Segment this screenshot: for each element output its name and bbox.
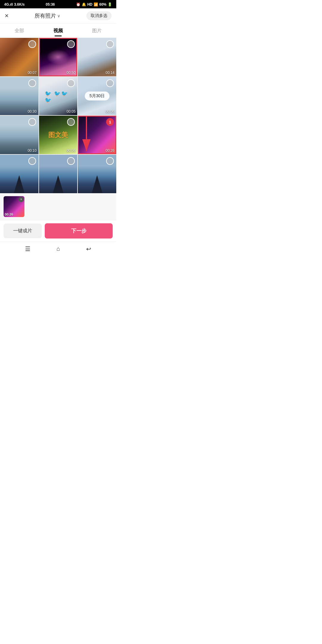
select-circle-7[interactable]	[28, 118, 36, 126]
media-item-11[interactable]	[39, 155, 78, 193]
close-button[interactable]: ×	[5, 13, 9, 19]
speed-text: 3.6K/s	[14, 2, 24, 7]
media-item-8[interactable]: 图文美 00:06	[39, 116, 78, 154]
wifi-icon: 📶	[94, 2, 98, 7]
media-item-2[interactable]: 00:50	[39, 38, 78, 76]
next-step-button[interactable]: 下一步	[45, 223, 113, 239]
media-item-5[interactable]: 🐦 🐦🐦 🐦 00:05	[39, 77, 78, 115]
media-item-4[interactable]: 00:30	[0, 77, 38, 115]
status-bar: 4G.ıll 3.6K/s 05:36 ⏰ 🔔 HD 📶 60% 🔋	[0, 0, 116, 8]
duration-badge-7: 00:10	[28, 148, 37, 153]
media-item-7[interactable]: 00:10	[0, 116, 38, 154]
status-right: ⏰ 🔔 HD 📶 60% 🔋	[76, 2, 112, 7]
strip-thumb-1[interactable]: × 00:26	[4, 196, 24, 217]
alarm-icon: ⏰	[76, 2, 80, 7]
duration-badge-9: 00:26	[106, 148, 114, 153]
nav-title-text: 所有照片	[35, 12, 56, 19]
top-nav: × 所有照片 ∨ 取消多选	[0, 8, 116, 24]
media-item-1[interactable]: 00:07	[0, 38, 38, 76]
duration-badge-3: 00:14	[106, 71, 114, 75]
tab-photo[interactable]: 图片	[86, 27, 108, 35]
time-display: 05:36	[46, 2, 55, 7]
select-circle-3[interactable]	[106, 40, 114, 48]
notification-icon: 🔔	[82, 2, 86, 7]
media-item-10[interactable]	[0, 155, 38, 193]
media-item-9[interactable]: 1 00:26	[78, 116, 116, 154]
media-item-12[interactable]	[78, 155, 116, 193]
tab-all[interactable]: 全部	[9, 27, 30, 35]
hd-badge: HD	[87, 2, 92, 7]
text-overlay-8: 图文美	[48, 131, 68, 140]
media-item-3[interactable]: 00:14	[78, 38, 116, 76]
chevron-down-icon: ∨	[57, 13, 60, 18]
back-icon[interactable]: ↩	[86, 245, 91, 253]
status-left: 4G.ıll 3.6K/s	[4, 2, 25, 7]
tab-bar: 全部 视频 图片	[0, 24, 116, 38]
media-item-6[interactable]: 5月30日 00:06	[78, 77, 116, 115]
strip-remove-button-1[interactable]: ×	[18, 197, 24, 202]
nav-title[interactable]: 所有照片 ∨	[35, 12, 60, 19]
tab-video[interactable]: 视频	[47, 27, 69, 35]
select-circle-1[interactable]	[28, 40, 36, 48]
duration-badge-2: 00:50	[66, 71, 75, 75]
bottom-actions: 一键成片 下一步	[0, 220, 116, 242]
duration-badge-4: 00:30	[28, 109, 37, 114]
strip-duration-1: 00:26	[5, 213, 13, 216]
menu-icon[interactable]: ☰	[25, 245, 30, 253]
battery-text: 60%	[99, 2, 106, 7]
signal-text: 4G.ıll	[4, 2, 13, 7]
duration-badge-1: 00:07	[28, 71, 37, 75]
date-badge-6: 5月30日	[85, 92, 109, 100]
duration-badge-5: 00:05	[66, 109, 75, 114]
media-grid: 00:07 00:50 00:14 00:30 🐦 🐦🐦 🐦 00:05 5月3…	[0, 38, 116, 193]
cancel-multi-select-button[interactable]: 取消多选	[86, 11, 112, 20]
duration-badge-8: 00:06	[66, 148, 75, 153]
quick-compile-button[interactable]: 一键成片	[4, 224, 42, 238]
select-circle-10[interactable]	[28, 157, 36, 165]
selected-strip: × 00:26	[0, 193, 116, 220]
select-circle-12[interactable]	[106, 157, 114, 165]
duration-badge-6: 00:06	[106, 109, 114, 114]
battery-icon: 🔋	[108, 2, 112, 7]
home-icon[interactable]: ⌂	[56, 245, 60, 252]
select-circle-5[interactable]	[67, 79, 75, 87]
system-nav-bar: ☰ ⌂ ↩	[0, 242, 116, 256]
select-circle-6[interactable]	[106, 79, 114, 87]
select-circle-4[interactable]	[28, 79, 36, 87]
